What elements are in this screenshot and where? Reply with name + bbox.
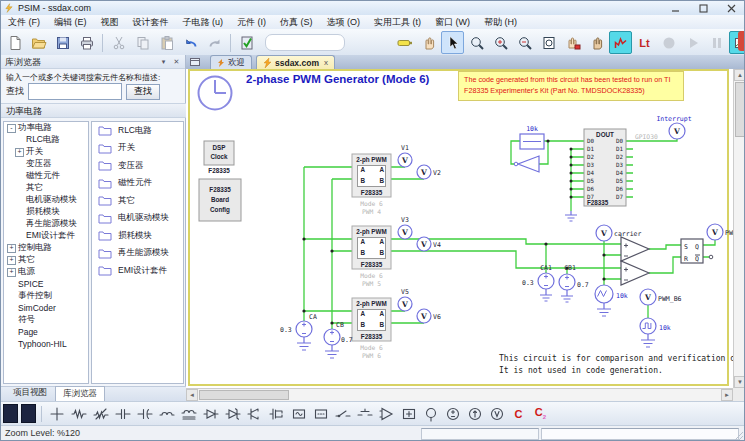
menu-utilities[interactable]: 实用工具 (t) bbox=[367, 15, 428, 29]
folder-emi[interactable]: EMI设计套件 bbox=[92, 262, 183, 280]
coupled-inductor-icon[interactable] bbox=[179, 404, 198, 423]
wire-mode-icon[interactable] bbox=[3, 404, 18, 423]
folder-renewable[interactable]: 再生能源模块 bbox=[92, 245, 183, 263]
find-button[interactable]: 查找 bbox=[126, 84, 160, 100]
menu-help[interactable]: 帮助 (H) bbox=[477, 15, 524, 29]
mosfet-icon[interactable] bbox=[267, 404, 286, 423]
h-scroll-thumb[interactable] bbox=[199, 390, 289, 400]
voltmeter-v1[interactable]: VV1 bbox=[398, 144, 412, 167]
tree-item-simcoder[interactable]: SimCoder bbox=[4, 302, 88, 314]
dout-block[interactable]: DOUT D0D0 D1D1 D2D2 D3D3 D4D4 D5D5 D6D6 … bbox=[584, 129, 626, 206]
scroll-down-icon[interactable]: ▼ bbox=[734, 376, 745, 388]
run-icon[interactable] bbox=[681, 31, 704, 54]
open-folder-icon[interactable] bbox=[27, 31, 50, 54]
square-source[interactable]: 10k bbox=[640, 318, 671, 334]
zoom-icon[interactable] bbox=[465, 31, 488, 54]
battery-icon[interactable] bbox=[393, 31, 416, 54]
doc-list-icon[interactable] bbox=[190, 57, 200, 67]
voltmeter-v6[interactable]: VV6 bbox=[417, 309, 441, 323]
probe-node-icon[interactable] bbox=[421, 404, 440, 423]
canvas-vertical-scrollbar[interactable]: ▲ ▼ bbox=[733, 69, 745, 388]
polarized-capacitor-icon[interactable] bbox=[135, 404, 154, 423]
stop-icon[interactable] bbox=[657, 31, 680, 54]
menu-edit[interactable]: 编辑 (E) bbox=[47, 15, 94, 29]
schematic-canvas[interactable]: DSP Clock F28335 F28335 Board Config 2-p… bbox=[186, 69, 745, 401]
select-arrow-icon[interactable] bbox=[441, 31, 464, 54]
tree-item-magnetic[interactable]: 磁性元件 bbox=[4, 170, 88, 182]
scroll-left-icon[interactable]: ◄ bbox=[186, 389, 198, 401]
menu-elements[interactable]: 元件 (I) bbox=[230, 15, 273, 29]
minimize-button[interactable] bbox=[668, 3, 682, 14]
simview-check-icon[interactable] bbox=[235, 31, 258, 54]
menu-file[interactable]: 文件 (F) bbox=[1, 15, 47, 29]
tree-item-symbols[interactable]: 符号 bbox=[4, 314, 88, 326]
filter-field[interactable] bbox=[265, 34, 345, 51]
resistor-icon[interactable] bbox=[69, 404, 88, 423]
folder-magnetic[interactable]: 磁性元件 bbox=[92, 175, 183, 193]
maximize-button[interactable] bbox=[696, 3, 710, 14]
inductor-icon[interactable] bbox=[157, 404, 176, 423]
zoom-page-icon[interactable] bbox=[537, 31, 560, 54]
folder-switch[interactable]: 开关 bbox=[92, 140, 183, 158]
c-script-2-icon[interactable]: C2 bbox=[531, 404, 550, 423]
tree-item-power[interactable]: -功率电路 bbox=[4, 122, 88, 134]
menu-simulate[interactable]: 仿真 (S) bbox=[273, 15, 320, 29]
capacitor-icon[interactable] bbox=[113, 404, 132, 423]
new-file-icon[interactable] bbox=[3, 31, 26, 54]
dsp-clock-block[interactable]: DSP Clock F28335 bbox=[204, 141, 234, 174]
copy-icon[interactable] bbox=[131, 31, 154, 54]
tree-item-rlc[interactable]: RLC电路 bbox=[4, 134, 88, 146]
clock-icon[interactable] bbox=[199, 77, 232, 110]
lt-tool-icon[interactable]: Lt bbox=[633, 31, 656, 54]
diode-icon[interactable] bbox=[201, 404, 220, 423]
save-icon[interactable] bbox=[51, 31, 74, 54]
scroll-up-icon[interactable]: ▲ bbox=[734, 69, 745, 81]
npn-transistor-icon[interactable] bbox=[245, 404, 264, 423]
pan-hand-icon[interactable] bbox=[417, 31, 440, 54]
undo-icon[interactable] bbox=[179, 31, 202, 54]
label-mode-icon[interactable] bbox=[21, 404, 36, 423]
resize-grip[interactable] bbox=[733, 431, 743, 441]
tab-library-browser[interactable]: 库浏览器 bbox=[55, 386, 105, 401]
tab-ssdax[interactable]: ssdax.com x bbox=[256, 55, 335, 69]
pan-red-icon[interactable] bbox=[561, 31, 584, 54]
side-red-icon[interactable] bbox=[738, 31, 745, 51]
voltage-source-icon[interactable] bbox=[443, 404, 462, 423]
voltmeter-interrupt[interactable]: V Interrupt bbox=[656, 115, 691, 139]
math-block-icon[interactable] bbox=[399, 404, 418, 423]
inverter-gate[interactable] bbox=[514, 156, 539, 172]
tree-item-motor-drive[interactable]: 电机驱动模块 bbox=[4, 194, 88, 206]
voltmeter-v2[interactable]: VV2 bbox=[417, 165, 441, 179]
tree-item-event-control[interactable]: 事件控制 bbox=[4, 290, 88, 302]
tree-item-sources[interactable]: +电源 bbox=[4, 266, 88, 278]
close-button[interactable] bbox=[724, 3, 738, 14]
voltmeter-pwm-b6[interactable]: V PWM_B6 bbox=[640, 289, 682, 305]
current-source-icon[interactable] bbox=[465, 404, 484, 423]
triangle-source[interactable]: 10k bbox=[595, 285, 628, 303]
voltmeter-v3[interactable]: VV3 bbox=[398, 216, 412, 239]
simview-run-icon[interactable] bbox=[609, 31, 632, 54]
menu-design-suite[interactable]: 设计套件 bbox=[126, 15, 176, 29]
comparator-1[interactable] bbox=[621, 237, 649, 261]
voltmeter-v5[interactable]: VV5 bbox=[398, 288, 412, 311]
tree-item-switch[interactable]: +开关 bbox=[4, 146, 88, 158]
rheostat-icon[interactable] bbox=[91, 404, 110, 423]
paste-icon[interactable] bbox=[155, 31, 178, 54]
redo-icon[interactable] bbox=[203, 31, 226, 54]
zoom-in-icon[interactable] bbox=[489, 31, 512, 54]
pan-hand-2-icon[interactable] bbox=[585, 31, 608, 54]
pwm-block-1[interactable]: 2-ph PWM A B A B F28335 Mode 6 PWM 4 bbox=[352, 154, 391, 215]
tree-item-emi[interactable]: EMI设计套件 bbox=[4, 230, 88, 242]
scroll-right-icon[interactable]: ► bbox=[721, 389, 733, 401]
switch-icon[interactable] bbox=[333, 404, 352, 423]
tree-item-other2[interactable]: +其它 bbox=[4, 254, 88, 266]
folder-other[interactable]: 其它 bbox=[92, 192, 183, 210]
sr-flipflop[interactable]: S R Q Q bbox=[681, 239, 713, 263]
canvas-horizontal-scrollbar[interactable]: ◄ ► bbox=[186, 388, 733, 401]
menu-window[interactable]: 窗口 (W) bbox=[428, 15, 477, 29]
menu-subcircuit[interactable]: 子电路 (u) bbox=[176, 15, 231, 29]
pause-icon[interactable] bbox=[705, 31, 728, 54]
pwm-block-3[interactable]: 2-ph PWM A B A B F28335 Mode 6 PWM 6 bbox=[352, 298, 391, 359]
zener-diode-icon[interactable] bbox=[223, 404, 242, 423]
source-ca[interactable]: CA 0.3 bbox=[280, 313, 317, 337]
